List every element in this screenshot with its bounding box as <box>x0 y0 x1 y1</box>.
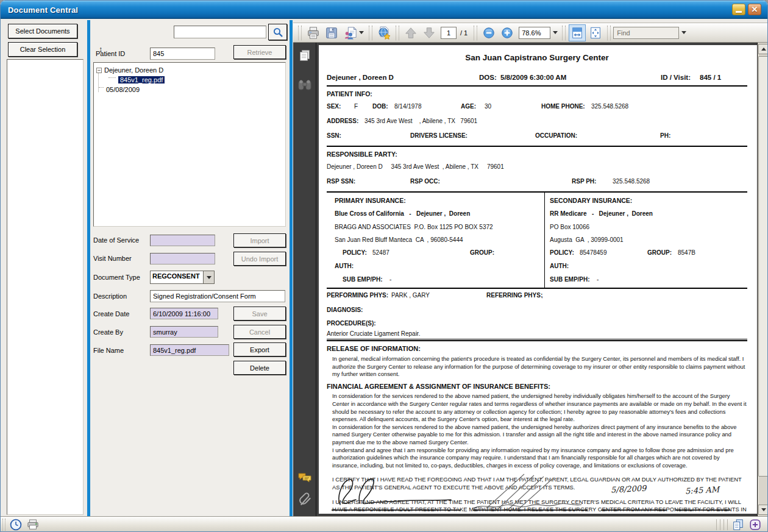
description-label: Description <box>93 293 127 300</box>
create-date-input[interactable] <box>150 308 218 319</box>
toolbar-grip[interactable] <box>298 26 302 40</box>
scroll-down-button[interactable] <box>758 505 768 515</box>
import-button[interactable]: Import <box>233 233 286 247</box>
patient-signature <box>332 474 457 512</box>
primary-address2: San Juan Red Bluff Manteca CA , 96080-54… <box>335 236 544 244</box>
fit-page-button[interactable] <box>587 24 604 41</box>
tree-node-document[interactable]: 845v1_reg.pdf <box>95 75 284 85</box>
sub-emp-label: SUB EMP/PH: <box>343 275 383 283</box>
tree-visit-date-label[interactable]: 05/08/2009 <box>106 86 140 93</box>
add-document-button[interactable] <box>748 518 763 531</box>
next-page-button[interactable] <box>421 24 438 41</box>
search-panel-button[interactable] <box>297 77 313 93</box>
page-number-input[interactable] <box>441 27 457 39</box>
create-by-input[interactable] <box>150 326 218 338</box>
clear-selection-button[interactable]: Clear Selection <box>8 42 77 57</box>
fit-width-button[interactable] <box>569 24 586 41</box>
patient-id-input[interactable] <box>150 48 215 60</box>
file-name-input[interactable] <box>150 344 229 356</box>
sex-label: SEX: <box>327 102 341 110</box>
previous-page-button[interactable] <box>402 24 419 41</box>
document-type-value[interactable]: REGCONSENT <box>150 271 204 284</box>
statusbar-divider <box>727 519 730 530</box>
statusbar-divider <box>716 519 719 530</box>
secondary-policy-row: POLICY: 85478459 GROUP: 8547B <box>550 249 747 257</box>
delete-button[interactable]: Delete <box>233 361 286 375</box>
printer-icon <box>307 26 320 40</box>
responsible-party-heading: RESPONSIBLE PARTY: <box>327 150 747 158</box>
print-button[interactable] <box>305 24 322 41</box>
splitter-right[interactable] <box>290 20 293 516</box>
print-status-button[interactable] <box>26 518 40 531</box>
tree-node-patient[interactable]: −Dejeuner, Doreen D <box>95 65 284 75</box>
find-input[interactable] <box>613 27 679 39</box>
comments-panel-button[interactable] <box>297 470 313 486</box>
secondary-insurance-heading: SECONDARY INSURANCE: <box>550 196 747 205</box>
save-document-button[interactable] <box>323 24 340 41</box>
globe-document-icon <box>377 26 391 40</box>
toolbar-separator <box>396 26 399 40</box>
patient-signature-line <box>332 509 461 511</box>
send-to-web-button[interactable] <box>375 24 393 41</box>
zoom-dropdown-button[interactable] <box>550 27 560 39</box>
document-page[interactable]: San Juan Capistrano Surgery Center Dejeu… <box>319 45 757 514</box>
visit-number-input[interactable] <box>150 253 215 264</box>
paperclip-icon <box>298 492 311 508</box>
viewer-toolbar: / 1 <box>293 23 768 43</box>
doc-patient-name: Dejeuner , Doreen D <box>327 73 394 82</box>
scrollbar-thumb[interactable] <box>758 56 768 477</box>
close-button[interactable]: ✕ <box>748 4 761 15</box>
cancel-button[interactable]: Cancel <box>233 325 286 339</box>
find-dropdown-button[interactable] <box>679 27 688 39</box>
signature-date: 5/8/2009 <box>611 483 647 495</box>
search-button[interactable] <box>268 24 287 40</box>
undo-import-button[interactable]: Undo Import <box>233 252 286 266</box>
rsp-ssn-label: RSP SSN: <box>327 177 355 185</box>
tree-collapse-icon[interactable]: − <box>96 68 102 73</box>
dob-value: 8/14/1978 <box>394 102 422 110</box>
attachments-panel-button[interactable] <box>297 492 313 508</box>
viewer-scrollbar[interactable] <box>757 43 768 516</box>
pages-panel-button[interactable] <box>297 48 313 63</box>
select-documents-button[interactable]: Select Documents <box>8 24 77 38</box>
description-input[interactable] <box>150 290 285 302</box>
scroll-up-button[interactable] <box>758 44 768 54</box>
sub-emp-value: - <box>389 275 391 283</box>
create-date-label: Create Date <box>93 310 129 317</box>
tree-document-label-selected[interactable]: 845v1_reg.pdf <box>118 76 165 83</box>
zoom-level-input[interactable] <box>519 27 550 39</box>
minimize-button[interactable] <box>732 4 745 15</box>
copy-documents-icon <box>732 519 744 531</box>
history-button[interactable] <box>9 518 23 531</box>
document-tree[interactable]: −Dejeuner, Doreen D 845v1_reg.pdf 05/08/… <box>93 62 286 227</box>
tree-patient-label[interactable]: Dejeuner, Doreen D <box>104 66 163 74</box>
binoculars-icon <box>297 79 312 91</box>
splitter-left[interactable] <box>87 20 90 516</box>
search-input[interactable] <box>174 26 266 38</box>
arrow-down-icon <box>761 508 766 511</box>
ph-label: PH: <box>660 132 670 140</box>
financial-para2: In consideration for the services render… <box>332 424 747 447</box>
zoom-out-button[interactable] <box>480 24 497 41</box>
export-button[interactable]: Export <box>233 342 286 356</box>
primary-auth-label: AUTH: <box>335 262 544 270</box>
document-type-dropdown-button[interactable] <box>204 271 215 284</box>
copy-pages-button[interactable] <box>731 518 745 531</box>
secondary-subemp-row: SUB EMP/PH: - <box>550 275 747 284</box>
primary-plan: Blue Cross of California - Dejeuner , Do… <box>335 210 544 218</box>
zoom-in-button[interactable] <box>499 24 516 41</box>
arrow-up-icon <box>404 26 418 40</box>
selected-documents-list[interactable] <box>7 59 84 515</box>
referring-phys-label: REFERRING PHYS: <box>486 291 542 299</box>
date-of-service-input[interactable] <box>150 235 215 246</box>
retrieve-button[interactable]: Retrieve <box>233 45 286 59</box>
save-button[interactable]: Save <box>233 307 286 321</box>
witness-signature-line <box>473 509 588 511</box>
toolbar-separator <box>474 26 477 40</box>
tree-node-visit-date[interactable]: 05/08/2009 <box>95 85 284 94</box>
document-type-dropdown[interactable]: REGCONSENT <box>150 271 215 284</box>
export-document-button[interactable] <box>341 24 366 41</box>
responsible-party-row: Dejeuner , Doreen D 345 3rd Ave West , A… <box>327 163 747 173</box>
document-central-window: Document Central ✕ Select Documents Clea… <box>0 0 768 532</box>
titlebar[interactable]: Document Central ✕ <box>1 1 767 19</box>
